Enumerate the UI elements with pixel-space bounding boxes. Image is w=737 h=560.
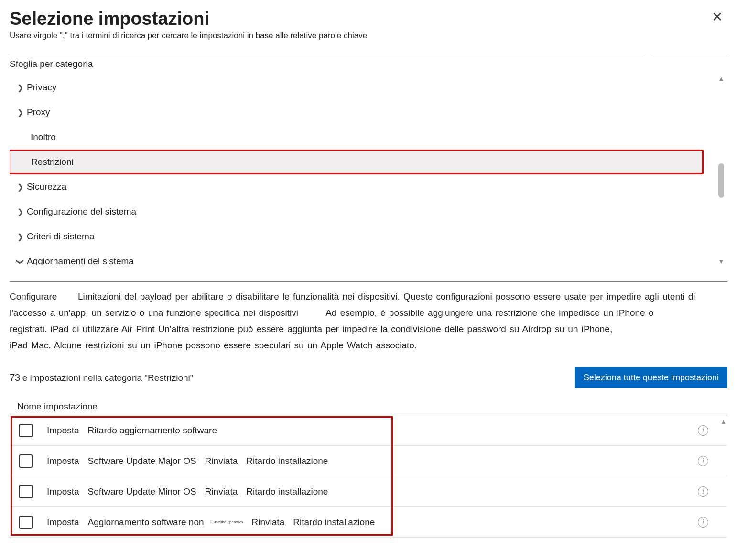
category-label: Criteri di sistema [27,231,94,242]
browse-by-category-label: Sfoglia per categoria [10,59,727,69]
settings-table: ▲ Imposta Ritardo aggiornamento software… [10,415,727,538]
category-tree: ❯ Privacy ❯ Proxy Inoltro Restrizioni ❯ … [10,75,727,265]
setting-name: Software Update Minor OS [88,486,196,497]
info-icon[interactable]: i [698,456,708,466]
page-title: Selezione impostazioni [10,9,209,29]
category-label: Privacy [27,82,56,93]
info-icon[interactable]: i [698,517,708,528]
settings-count: 73 [10,372,20,383]
category-proxy[interactable]: ❯ Proxy [10,100,708,125]
category-label: Configurazione del sistema [27,206,136,217]
category-criteri-sistema[interactable]: ❯ Criteri di sistema [10,224,708,249]
desc-text: iPad Mac. Alcune restrizioni su un iPhon… [10,340,417,350]
category-config-sistema[interactable]: ❯ Configurazione del sistema [10,199,708,224]
chevron-right-icon: ❯ [13,83,27,92]
desc-text: Configurare [10,291,57,302]
table-row[interactable]: Imposta Aggiornamento software non Siste… [10,507,727,538]
category-label: Restrizioni [31,157,74,167]
chevron-right-icon: ❯ [13,183,27,192]
select-all-button[interactable]: Seleziona tutte queste impostazioni [575,367,727,388]
category-privacy[interactable]: ❯ Privacy [10,75,708,100]
category-label: Aggiornamenti del sistema [27,256,134,265]
row-checkbox[interactable] [19,485,33,498]
category-label: Proxy [27,107,50,118]
action-label: Imposta [47,486,79,497]
action-label: Imposta [47,517,79,528]
chevron-right-icon: ❯ [13,207,27,216]
close-icon[interactable]: ✕ [707,9,727,26]
tree-scrollbar[interactable]: ▲ ▼ [716,75,726,265]
category-sicurezza[interactable]: ❯ Sicurezza [10,174,708,199]
desc-text: Ad esempio, è possibile aggiungere una r… [325,308,653,318]
action-label: Imposta [47,425,79,436]
table-row[interactable]: Imposta Software Update Minor OS Rinviat… [10,476,727,507]
table-row[interactable]: Imposta Software Update Major OS Rinviat… [10,446,727,476]
desc-text: registrati. iPad di utilizzare Air Print… [10,324,612,334]
install-delay-label: Ritardo installazione [246,486,328,497]
table-row[interactable]: Imposta Ritardo aggiornamento software i [10,415,727,446]
category-label: Inoltro [31,132,56,142]
divider [10,281,727,282]
scroll-up-icon[interactable]: ▲ [718,75,725,82]
scroll-thumb[interactable] [718,163,724,198]
row-checkbox[interactable] [19,454,33,468]
row-checkbox[interactable] [19,424,33,437]
filter-input[interactable] [651,44,727,54]
install-delay-label: Ritardo installazione [293,517,375,528]
search-input[interactable] [10,44,645,54]
category-description: Configurare Limitazioni del payload per … [10,289,727,354]
setting-name: Aggiornamento software non [88,517,204,528]
install-delay-label: Ritardo installazione [246,456,328,466]
deferred-label: Rinviata [252,517,285,528]
settings-count-label: e impostazioni nella categoria "Restrizi… [22,373,194,383]
category-restrizioni[interactable]: Restrizioni [10,150,704,174]
desc-text: l'accesso a un'app, un servizio o una fu… [10,308,298,318]
action-label: Imposta [47,456,79,466]
tiny-os-label: Sistema operativo [213,520,243,524]
info-icon[interactable]: i [698,425,708,436]
chevron-right-icon: ❯ [13,232,27,241]
scroll-up-icon[interactable]: ▲ [720,418,726,425]
row-checkbox[interactable] [19,516,33,529]
column-header-name: Nome impostazione [17,401,727,412]
subtitle: Usare virgole "," tra i termini di ricer… [10,31,727,41]
category-label: Sicurezza [27,182,66,192]
setting-name: Software Update Major OS [88,456,196,466]
setting-name: Ritardo aggiornamento software [88,425,217,436]
deferred-label: Rinviata [205,486,238,497]
scroll-down-icon[interactable]: ▼ [718,258,725,265]
chevron-down-icon: ❯ [16,255,25,265]
info-icon[interactable]: i [698,486,708,497]
deferred-label: Rinviata [205,456,238,466]
category-inoltro[interactable]: Inoltro [10,125,708,150]
chevron-right-icon: ❯ [13,108,27,117]
desc-text: Limitazioni del payload per abilitare o … [78,291,695,302]
category-aggiornamenti-sistema[interactable]: ❯ Aggiornamenti del sistema [10,249,708,265]
